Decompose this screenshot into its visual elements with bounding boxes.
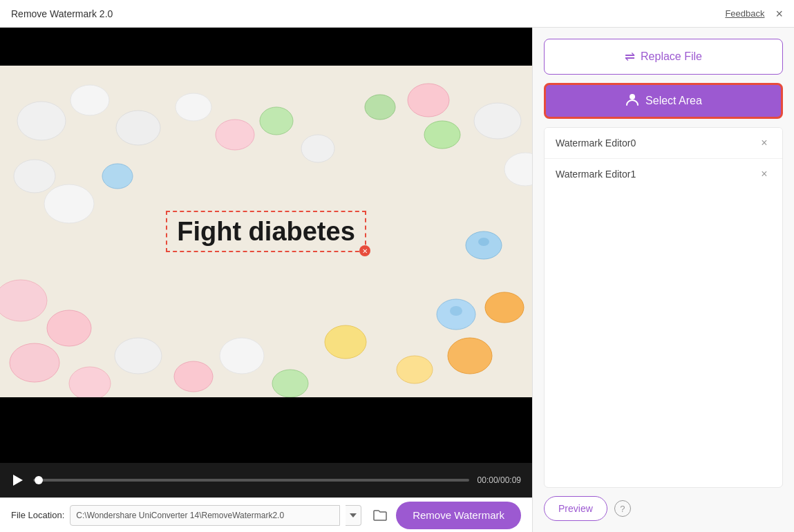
- select-area-button[interactable]: Select Area: [544, 83, 783, 119]
- svg-point-13: [260, 107, 293, 135]
- watermark-item-1-close[interactable]: ×: [757, 167, 771, 181]
- preview-row: Preview ?: [544, 496, 783, 521]
- select-area-label: Select Area: [645, 95, 702, 107]
- svg-point-24: [216, 120, 254, 150]
- preview-button[interactable]: Preview: [544, 496, 607, 521]
- file-path-input[interactable]: [70, 505, 340, 526]
- svg-point-23: [176, 93, 211, 121]
- video-panel: Fight diabetes ✕ 00:00/00:09: [0, 28, 532, 532]
- watermark-list: Watermark Editor0 × Watermark Editor1 ×: [544, 127, 783, 488]
- svg-point-32: [630, 94, 635, 99]
- chevron-down-icon: [350, 513, 357, 517]
- folder-button[interactable]: [370, 505, 390, 526]
- svg-point-4: [14, 160, 55, 193]
- main-content: Fight diabetes ✕ 00:00/00:09: [0, 28, 794, 532]
- svg-point-30: [478, 238, 489, 246]
- video-controls: 00:00/00:09: [0, 463, 532, 497]
- svg-point-31: [450, 306, 462, 316]
- remove-watermark-button[interactable]: Remove Watermark: [396, 502, 521, 529]
- svg-point-28: [220, 338, 264, 374]
- svg-point-27: [174, 361, 213, 392]
- video-image-area: Fight diabetes ✕: [0, 66, 532, 397]
- svg-point-7: [47, 310, 91, 346]
- video-black-bottom: [0, 397, 532, 439]
- svg-point-3: [116, 111, 160, 145]
- app-window: Remove Watermark 2.0 Feedback ×: [0, 0, 794, 532]
- right-panel: ⇌ Replace File Select Area Watermark Edi…: [532, 28, 794, 532]
- help-icon[interactable]: ?: [614, 500, 631, 517]
- watermark-text: Fight diabetes: [177, 217, 355, 247]
- svg-point-14: [365, 95, 395, 120]
- progress-bar[interactable]: [33, 479, 469, 482]
- video-area: Fight diabetes ✕: [0, 28, 532, 463]
- svg-point-29: [272, 370, 308, 397]
- svg-point-15: [424, 121, 460, 149]
- watermark-item-0: Watermark Editor0 ×: [545, 128, 782, 159]
- title-bar: Remove Watermark 2.0 Feedback ×: [0, 0, 794, 28]
- svg-point-2: [70, 85, 109, 115]
- watermark-item-1-label: Watermark Editor1: [556, 169, 636, 180]
- play-button[interactable]: [11, 473, 25, 487]
- svg-point-22: [408, 84, 449, 117]
- svg-point-18: [448, 338, 492, 374]
- time-display: 00:00/00:09: [478, 475, 521, 485]
- svg-point-8: [10, 343, 59, 382]
- replace-file-button[interactable]: ⇌ Replace File: [544, 39, 783, 75]
- svg-point-6: [0, 280, 47, 321]
- file-bar: File Location: Remove Watermark: [0, 497, 532, 532]
- title-bar-controls: Feedback ×: [725, 8, 783, 20]
- file-dropdown-button[interactable]: [346, 505, 361, 526]
- progress-dot: [35, 476, 43, 484]
- arrows-icon: ⇌: [625, 49, 635, 64]
- svg-point-10: [102, 164, 133, 189]
- svg-point-16: [325, 325, 366, 359]
- file-location-label: File Location:: [11, 510, 64, 520]
- svg-point-19: [485, 292, 524, 323]
- replace-file-label: Replace File: [641, 50, 702, 63]
- svg-point-1: [17, 102, 66, 140]
- play-icon: [13, 475, 23, 486]
- watermark-item-0-close[interactable]: ×: [757, 136, 771, 150]
- svg-point-5: [44, 184, 94, 223]
- watermark-item-1: Watermark Editor1 ×: [545, 159, 782, 189]
- feedback-link[interactable]: Feedback: [725, 8, 764, 19]
- svg-point-26: [115, 338, 162, 374]
- watermark-item-0-label: Watermark Editor0: [556, 137, 636, 149]
- svg-point-25: [301, 135, 334, 162]
- svg-point-9: [69, 367, 111, 397]
- app-title: Remove Watermark 2.0: [11, 8, 113, 19]
- close-button[interactable]: ×: [775, 8, 783, 20]
- svg-point-20: [474, 103, 521, 139]
- person-icon: [625, 92, 640, 111]
- video-black-top: [0, 28, 532, 66]
- svg-point-17: [397, 356, 433, 383]
